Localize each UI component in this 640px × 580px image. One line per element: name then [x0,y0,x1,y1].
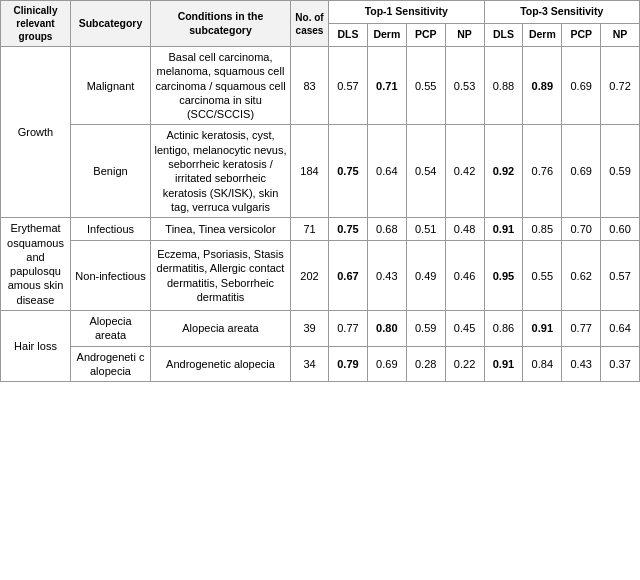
cell-cases: 34 [291,346,329,382]
cell-subcategory: Infectious [71,218,151,241]
cell-subcategory: Non-infectious [71,241,151,311]
cell-group: Erythemat osquamous and papulosqu amous … [1,218,71,311]
cell-value: 0.22 [445,346,484,382]
cell-value: 0.86 [484,311,523,347]
cell-value: 0.28 [406,346,445,382]
header-np3: NP [601,24,640,47]
cell-value: 0.64 [367,125,406,218]
cell-value: 0.67 [329,241,368,311]
cell-cases: 39 [291,311,329,347]
cell-value: 0.79 [329,346,368,382]
cell-cases: 202 [291,241,329,311]
cell-subcategory: Malignant [71,47,151,125]
cell-value: 0.69 [562,47,601,125]
cell-value: 0.91 [523,311,562,347]
cell-value: 0.49 [406,241,445,311]
cell-value: 0.75 [329,125,368,218]
header-pcp1: PCP [406,24,445,47]
cell-value: 0.91 [484,346,523,382]
cell-conditions: Androgenetic alopecia [151,346,291,382]
cell-value: 0.43 [367,241,406,311]
cell-value: 0.68 [367,218,406,241]
cell-value: 0.84 [523,346,562,382]
header-top3: Top-3 Sensitivity [484,1,640,24]
cell-group: Hair loss [1,311,71,382]
cell-value: 0.69 [367,346,406,382]
header-cases: No. of cases [291,1,329,47]
cell-subcategory: Benign [71,125,151,218]
cell-group: Growth [1,47,71,218]
cell-value: 0.77 [562,311,601,347]
cell-value: 0.46 [445,241,484,311]
cell-value: 0.48 [445,218,484,241]
header-np1: NP [445,24,484,47]
header-pcp3: PCP [562,24,601,47]
cell-conditions: Alopecia areata [151,311,291,347]
cell-cases: 184 [291,125,329,218]
cell-value: 0.59 [601,125,640,218]
header-clinically-relevant-groups: Clinically relevant groups [1,1,71,47]
cell-value: 0.57 [601,241,640,311]
cell-value: 0.43 [562,346,601,382]
cell-value: 0.54 [406,125,445,218]
header-conditions: Conditions in the subcategory [151,1,291,47]
cell-value: 0.71 [367,47,406,125]
cell-conditions: Tinea, Tinea versicolor [151,218,291,241]
cell-value: 0.45 [445,311,484,347]
cell-conditions: Actinic keratosis, cyst, lentigo, melano… [151,125,291,218]
cell-value: 0.91 [484,218,523,241]
cell-cases: 71 [291,218,329,241]
cell-value: 0.89 [523,47,562,125]
cell-value: 0.85 [523,218,562,241]
cell-value: 0.88 [484,47,523,125]
header-subcategory: Subcategory [71,1,151,47]
cell-value: 0.60 [601,218,640,241]
cell-value: 0.53 [445,47,484,125]
cell-value: 0.69 [562,125,601,218]
header-dls1: DLS [329,24,368,47]
header-top1: Top-1 Sensitivity [329,1,485,24]
header-dls3: DLS [484,24,523,47]
cell-value: 0.37 [601,346,640,382]
cell-value: 0.42 [445,125,484,218]
header-derm3: Derm [523,24,562,47]
cell-subcategory: Alopecia areata [71,311,151,347]
cell-subcategory: Androgeneti c alopecia [71,346,151,382]
cell-value: 0.55 [406,47,445,125]
cell-value: 0.59 [406,311,445,347]
cell-value: 0.72 [601,47,640,125]
cell-conditions: Eczema, Psoriasis, Stasis dermatitis, Al… [151,241,291,311]
cell-value: 0.64 [601,311,640,347]
cell-value: 0.55 [523,241,562,311]
cell-value: 0.80 [367,311,406,347]
cell-value: 0.70 [562,218,601,241]
cell-value: 0.76 [523,125,562,218]
header-derm1: Derm [367,24,406,47]
cell-value: 0.77 [329,311,368,347]
cell-cases: 83 [291,47,329,125]
main-table: Clinically relevant groups Subcategory C… [0,0,640,382]
cell-value: 0.57 [329,47,368,125]
cell-value: 0.75 [329,218,368,241]
cell-value: 0.62 [562,241,601,311]
cell-conditions: Basal cell carcinoma, melanoma, squamous… [151,47,291,125]
cell-value: 0.92 [484,125,523,218]
cell-value: 0.51 [406,218,445,241]
cell-value: 0.95 [484,241,523,311]
